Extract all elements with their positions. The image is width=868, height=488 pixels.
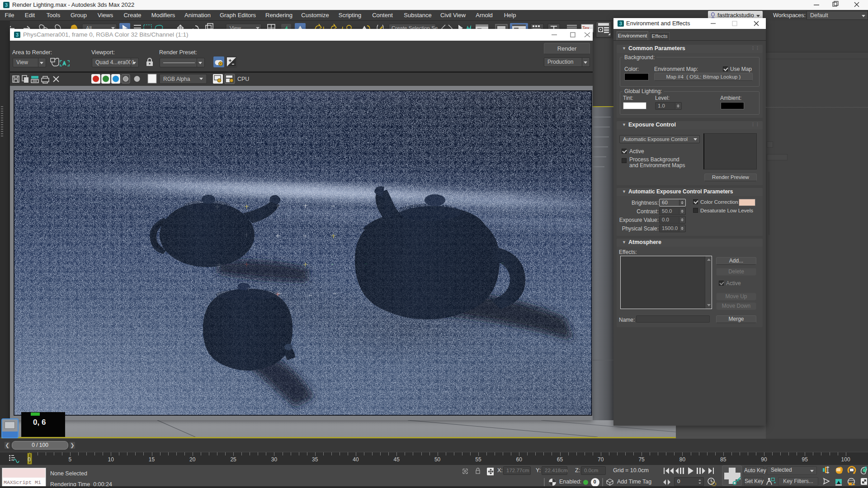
svg-text:A: A — [63, 61, 66, 66]
svg-text:3: 3 — [16, 32, 19, 38]
svg-text:RGB Alpha: RGB Alpha — [163, 76, 190, 82]
svg-text:CPU: CPU — [237, 76, 249, 82]
svg-text:3: 3 — [619, 21, 622, 26]
svg-text:3: 3 — [5, 2, 8, 8]
